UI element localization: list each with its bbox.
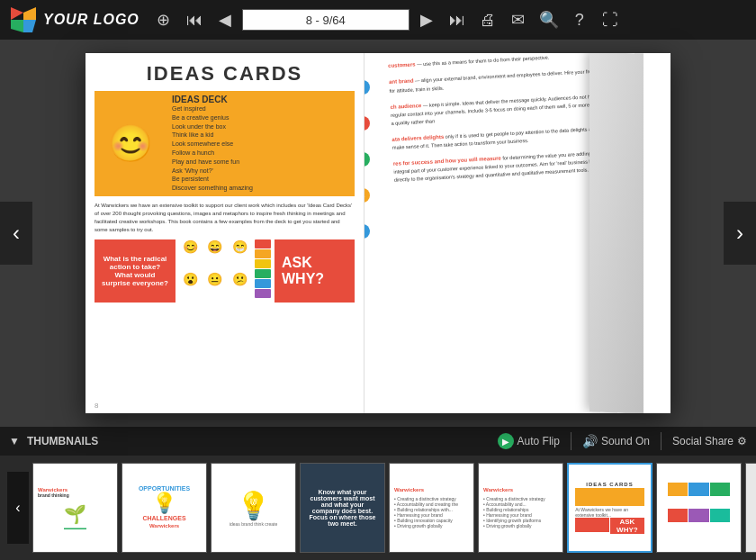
prev-page-button[interactable]: ◀ [212, 6, 238, 33]
thumb-8-content [657, 464, 741, 552]
thumb-1-content: Warwickersbrand thinking 🌱 ▬▬▬▬▬ [33, 464, 117, 552]
thumb-2-bulb: 💡 [152, 492, 176, 515]
thumb-prev-button[interactable]: ‹ [7, 472, 29, 544]
thumbnail-4[interactable]: Know what your customers want most and w… [300, 463, 385, 553]
thumb-2-title: OPPORTUNITIES [139, 485, 190, 492]
rainbow-red [255, 239, 271, 248]
ideas-deck-header: IDEAS DECK [172, 95, 349, 104]
thumb-8-cell-1 [668, 483, 688, 496]
thumbnail-7[interactable]: IDEAS CARDS At Warwickers we have an ext… [567, 463, 652, 553]
emoji-2: 😄 [203, 239, 226, 270]
logo-icon [7, 4, 40, 36]
separator-2 [661, 432, 662, 450]
right-page-text: customers — use this as a means for them… [388, 53, 610, 185]
emoji-4: 😮 [179, 272, 202, 303]
bottom-bar: ▼ THUMBNAILS ▶ Auto Flip 🔊 Sound On Soci… [0, 427, 756, 456]
thumbnail-2[interactable]: OPPORTUNITIES 💡 CHALLENGES Warwickers [122, 463, 207, 553]
thumb-4-quote: Know what your customers want most and w… [303, 485, 382, 530]
dot-1: 1 [364, 80, 370, 95]
viewer-next-arrow[interactable]: › [724, 202, 756, 265]
thumbnail-3[interactable]: 💡 ideas brand think create [211, 463, 296, 553]
ideas-cards-title: IDEAS CARDS [94, 62, 355, 86]
ask-why-label: ASK WHY? [282, 255, 347, 287]
ideas-deck-content: IDEAS DECK Get inspiredBe a creative gen… [166, 91, 355, 196]
emoji-grid: 😊 😄 😁 😮 😐 😕 [179, 239, 251, 303]
thumb-5-items: • Creating a distinctive strategy • Acco… [392, 494, 471, 530]
thumb-4-content: Know what your customers want most and w… [301, 464, 384, 552]
thumb-2-logo: Warwickers [125, 521, 203, 530]
thumbnail-6[interactable]: Warwickers • Creating a distinctive stra… [478, 463, 563, 553]
rainbow-purple [255, 289, 271, 298]
email-button[interactable]: ✉ [505, 6, 532, 33]
fullscreen-button[interactable]: ⛶ [597, 6, 624, 33]
help-button[interactable]: ? [566, 6, 593, 33]
dot-3: 3 [364, 152, 370, 167]
emoji-5: 😐 [203, 272, 226, 303]
bottom-controls: ▶ Auto Flip 🔊 Sound On Social Share ⚙ [498, 432, 747, 450]
question-box: What is the radical action to take? What… [94, 239, 176, 303]
print-button[interactable]: 🖨 [474, 6, 501, 33]
speaker-icon: 🔊 [582, 434, 598, 448]
thumb-6-logo: Warwickers [482, 485, 560, 494]
last-page-button[interactable]: ⏭ [444, 6, 471, 33]
search-button[interactable]: 🔍 [536, 6, 562, 33]
thumb-7-red-1 [575, 518, 609, 532]
dot-2: 2 [364, 116, 370, 131]
thumb-7-orange [575, 488, 644, 506]
thumbnail-8[interactable] [656, 463, 742, 553]
thumb-8-cell-3 [710, 483, 731, 496]
thumb-8-cell-2 [688, 483, 709, 496]
emoji-6: 😕 [229, 272, 251, 303]
thumb-3-bulb: 💡 [237, 490, 270, 521]
thumbnail-1[interactable]: Warwickersbrand thinking 🌱 ▬▬▬▬▬ [32, 463, 118, 553]
left-page-number: 8 [94, 402, 98, 410]
ideas-deck-text: Get inspiredBe a creative geniusLook und… [172, 104, 349, 193]
thumb-7-text: At Warwickers we have an extensive toolk… [575, 507, 644, 518]
sound-on-button[interactable]: 🔊 Sound On [582, 434, 650, 448]
thumb-9-content: 🔵 [746, 464, 756, 552]
svg-marker-2 [11, 20, 23, 32]
first-page-button[interactable]: ⏮ [181, 6, 208, 33]
viewer-prev-arrow[interactable]: ‹ [0, 202, 32, 265]
ideas-deck-box: 😊 IDEAS DECK Get inspiredBe a creative g… [94, 91, 355, 196]
next-page-button[interactable]: ▶ [413, 6, 440, 33]
thumbnail-5[interactable]: Warwickers • Creating a distinctive stra… [389, 463, 474, 553]
thumb-8-cell-4 [668, 509, 688, 522]
dot-5: 5 [364, 224, 370, 239]
svg-marker-3 [23, 20, 36, 32]
thumb-8-cell-5 [688, 509, 709, 522]
page-fold [590, 53, 644, 413]
social-share-button[interactable]: Social Share ⚙ [672, 435, 747, 447]
toolbar: YOUR LOGO ⊕ ⏮ ◀ ▶ ⏭ 🖨 ✉ 🔍 ? ⛶ [0, 0, 756, 40]
play-icon: ▶ [498, 433, 514, 449]
book-spread: IDEAS CARDS 😊 IDEAS DECK Get inspiredBe … [86, 53, 670, 413]
thumb-3-content: 💡 ideas brand think create [212, 464, 295, 552]
thumb-1-plant: 🌱 [64, 503, 86, 525]
separator-1 [571, 432, 572, 450]
thumb-7-title: IDEAS CARDS [586, 482, 633, 487]
svg-marker-1 [23, 7, 36, 20]
social-share-label: Social Share [672, 435, 734, 447]
right-page-content: customers — use this as a means for them… [388, 53, 610, 185]
rainbow-blue [255, 279, 271, 288]
svg-marker-0 [11, 7, 23, 20]
thumb-1-grass: ▬▬▬▬▬ [64, 525, 86, 530]
right-page: 1 2 3 4 5 customers — use this as a mean… [364, 53, 644, 413]
auto-flip-button[interactable]: ▶ Auto Flip [498, 433, 560, 449]
bottom-row: What is the radical action to take? What… [94, 239, 355, 303]
thumb-7-red: ASK WHY? [575, 518, 644, 534]
thumb-2-challenges: CHALLENGES [142, 515, 185, 521]
rainbow-yellow [255, 259, 271, 268]
emoji-3: 😁 [229, 239, 251, 270]
chevron-down-icon: ▼ [9, 435, 20, 447]
thumbnails-label: THUMBNAILS [27, 435, 98, 447]
share-icon: ⚙ [737, 435, 747, 447]
page-number-display[interactable] [242, 9, 410, 31]
thumbnail-9[interactable]: 🔵 [745, 463, 756, 553]
thumbnails-strip: ‹ Warwickersbrand thinking 🌱 ▬▬▬▬▬ OPPOR… [0, 456, 756, 560]
viewer-area: ‹ IDEAS CARDS 😊 IDEAS DECK Get inspiredB… [0, 40, 756, 427]
zoom-in-button[interactable]: ⊕ [150, 6, 177, 33]
rainbow-green [255, 269, 271, 278]
thumb-1-logo: Warwickersbrand thinking [36, 485, 114, 500]
thumb-7-ask: ASK WHY? [610, 518, 644, 534]
